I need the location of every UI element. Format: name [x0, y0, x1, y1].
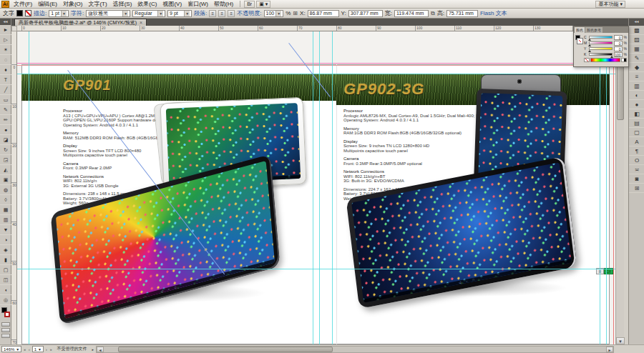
flash-text-button[interactable]: Flash 文本	[480, 9, 507, 17]
channel-value[interactable]: 0	[614, 46, 623, 51]
mesh-tool[interactable]: ▦	[0, 205, 11, 215]
width-tool[interactable]: ◭	[0, 165, 11, 175]
slider-knob[interactable]	[610, 56, 613, 58]
vertical-ruler[interactable]: 010203040506070	[11, 31, 17, 344]
blob-brush-tool[interactable]: ●	[0, 125, 11, 135]
menu-item-0[interactable]: 文件(F)	[11, 1, 35, 7]
channel-value[interactable]: 0	[614, 35, 623, 40]
tools-panel-collapse-button[interactable]: ◂◂	[0, 19, 11, 25]
color-panel-icon[interactable]: ▩	[629, 26, 644, 35]
paragraph-panel-icon[interactable]: ¶	[629, 146, 644, 156]
hand-tool[interactable]: ◖	[0, 285, 11, 295]
dock-expand-button[interactable]: ◂◂	[629, 19, 644, 26]
opacity-field[interactable]: 100▼	[264, 10, 284, 17]
menu-item-1[interactable]: 编辑(E)	[35, 1, 60, 7]
color-guide-panel-icon[interactable]: ▨	[629, 35, 644, 44]
model-title-gp901[interactable]: GP901	[63, 77, 111, 94]
channel-slider[interactable]	[589, 47, 613, 50]
menu-item-5[interactable]: 效果(C)	[135, 1, 160, 7]
channel-value[interactable]: 0	[614, 41, 623, 46]
type-tool[interactable]: T	[0, 75, 11, 85]
slider-knob[interactable]	[588, 44, 591, 46]
gradient-tool[interactable]: ▥	[0, 215, 11, 225]
font-style-combo[interactable]: Regular▼	[132, 10, 165, 17]
stroke-label[interactable]: 描边:	[34, 9, 47, 17]
brushes-panel-icon[interactable]: ✎	[629, 54, 644, 63]
artboards-panel-icon[interactable]: ▢	[629, 128, 644, 137]
channel-slider[interactable]	[589, 53, 613, 56]
eyedropper-tool[interactable]: ▼	[0, 225, 11, 235]
artboard-number-combo[interactable]: 1▼	[32, 346, 44, 352]
scroll-left-icon[interactable]: ◄	[97, 347, 104, 352]
pencil-tool[interactable]: ✏	[0, 115, 11, 125]
graphic-styles-panel-icon[interactable]: ◧	[629, 109, 644, 119]
magic-wand-tool[interactable]: ✶	[0, 45, 11, 55]
eraser-tool[interactable]: ◪	[0, 135, 11, 145]
rectangle-tool[interactable]: ▭	[0, 95, 11, 105]
none-color-swatch[interactable]	[584, 58, 590, 62]
transform-panel-icon[interactable]: ⊞	[629, 184, 644, 193]
fill-color-swatch[interactable]	[16, 10, 23, 16]
align-right-button[interactable]: ≡	[228, 10, 235, 17]
pathfinder-panel-icon[interactable]: ◙	[629, 174, 644, 184]
artboard-tool[interactable]: ▢	[0, 265, 11, 275]
selection-tool[interactable]: ►	[0, 25, 11, 35]
symbol-sprayer-tool[interactable]: ◈	[0, 245, 11, 255]
x-field[interactable]: 86.87 mm	[308, 10, 339, 17]
link-dimensions-icon[interactable]: ⧉	[431, 10, 435, 17]
horizontal-scrollbar[interactable]: ◄ ►	[96, 346, 614, 353]
next-artboard-button[interactable]: ›	[45, 347, 48, 352]
channel-value[interactable]: 100	[614, 52, 623, 57]
last-artboard-button[interactable]: »	[49, 347, 53, 352]
first-artboard-button[interactable]: «	[23, 347, 26, 352]
workspace-switcher[interactable]: 基本功能 ▾	[595, 1, 625, 8]
vertical-scrollbar[interactable]: ▲ ▼	[615, 26, 624, 344]
shape-builder-tool[interactable]: ◍	[0, 185, 11, 195]
menu-item-2[interactable]: 对象(O)	[60, 1, 86, 7]
slider-knob[interactable]	[588, 50, 591, 52]
gradient-panel-icon[interactable]: ▥	[629, 81, 644, 91]
stroke-proxy-swatch[interactable]	[4, 312, 10, 317]
color-spectrum-bar[interactable]	[590, 58, 620, 62]
width-field[interactable]: 119.474 mm	[394, 10, 429, 17]
symbols-panel-icon[interactable]: ◆	[629, 63, 644, 72]
opacity-label[interactable]: 不透明度:	[237, 9, 261, 17]
lasso-tool[interactable]: ◌	[0, 55, 11, 65]
pen-tool[interactable]: ♦	[0, 65, 11, 75]
align-center-button[interactable]: ≡	[218, 10, 225, 17]
slice-tool[interactable]: ◫	[0, 275, 11, 285]
status-menu-icon[interactable]: ▸	[92, 347, 95, 352]
character-label[interactable]: 字符:	[71, 9, 84, 17]
reference-point-icon[interactable]: ⊞	[293, 10, 298, 16]
appearance-panel-icon[interactable]: ●	[629, 100, 644, 109]
transparency-panel-icon[interactable]: ◐	[629, 91, 644, 100]
align-panel-icon[interactable]: ≍	[629, 165, 644, 174]
stroke-proxy-swatch[interactable]	[577, 39, 582, 44]
blend-tool[interactable]: ◑	[0, 235, 11, 245]
zoom-level-combo[interactable]: 146%▼	[1, 346, 21, 352]
channel-slider[interactable]	[589, 41, 613, 44]
height-field[interactable]: 75.731 mm	[447, 10, 478, 17]
layers-panel-icon[interactable]: ▤	[629, 119, 644, 128]
menu-item-7[interactable]: 窗口(W)	[185, 1, 211, 7]
line-segment-tool[interactable]: ╱	[0, 85, 11, 95]
horizontal-scroll-thumb[interactable]	[118, 347, 333, 352]
previous-artboard-button[interactable]: ‹	[28, 347, 31, 352]
bridge-button[interactable]: Br	[244, 1, 255, 8]
scale-tool[interactable]: ◲	[0, 155, 11, 165]
menu-item-4[interactable]: 选择(S)	[110, 1, 135, 7]
arrange-documents-button[interactable]: ▣ ▾	[256, 1, 270, 8]
horizontal-ruler[interactable]: 0102030405060708090100110120130140150	[17, 26, 615, 31]
perspective-grid-tool[interactable]: ◊	[0, 195, 11, 205]
direct-selection-tool[interactable]: ▷	[0, 35, 11, 45]
opentype-panel-icon[interactable]: O	[629, 156, 644, 165]
menu-item-3[interactable]: 文字(T)	[85, 1, 109, 7]
tab-color-guide[interactable]: 颜色参考	[585, 27, 602, 33]
close-icon[interactable]: ×	[140, 20, 142, 25]
scroll-right-icon[interactable]: ►	[606, 347, 613, 352]
free-transform-tool[interactable]: ▣	[0, 175, 11, 185]
gradient-mode-button[interactable]	[1, 328, 10, 332]
character-panel-icon[interactable]: A	[629, 137, 644, 146]
scroll-down-icon[interactable]: ▼	[616, 337, 625, 344]
font-size-combo[interactable]: 9 pt▼	[167, 10, 192, 17]
